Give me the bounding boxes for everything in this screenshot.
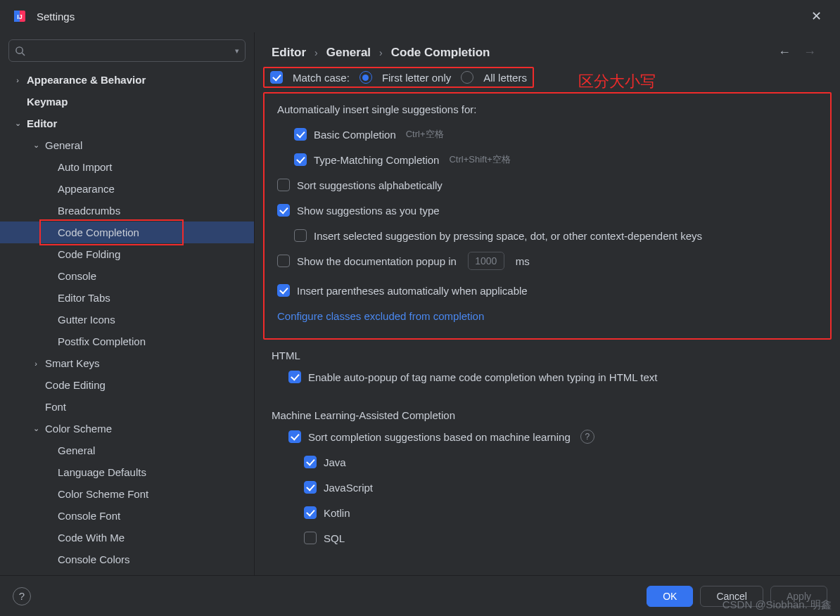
tree-cs-console-colors[interactable]: Console Colors [0,548,254,570]
footer: ? OK Cancel Apply [0,575,840,616]
titlebar: IJ Settings ✕ [0,0,840,32]
checkbox-ml-kotlin[interactable] [304,506,317,519]
label-sort-alpha: Sort suggestions alphabetically [297,179,443,191]
tree-editor[interactable]: ⌄Editor [0,113,254,134]
checkbox-show-doc-popup[interactable] [277,255,290,267]
ok-button[interactable]: OK [647,586,693,607]
tree-code-completion[interactable]: Code Completion [0,222,254,243]
apply-button: Apply [770,586,827,607]
tree-appearance-behavior[interactable]: ›Appearance & Behavior [0,69,254,91]
link-configure-excluded[interactable]: Configure classes excluded from completi… [277,310,484,322]
annotation-box-match-case: Match case: First letter only All letter… [263,67,534,88]
checkbox-show-as-type[interactable] [277,204,290,217]
label-match-case: Match case: [293,72,350,84]
label-first-letter[interactable]: First letter only [382,72,451,84]
tree-console[interactable]: Console [0,265,254,287]
label-ml-kotlin: Kotlin [324,507,350,519]
label-show-as-type: Show suggestions as you type [297,205,440,217]
checkbox-sort-alpha[interactable] [277,179,290,191]
label-ml-java: Java [324,456,346,468]
tree-cs-console-font[interactable]: Console Font [0,505,254,527]
checkbox-insert-paren[interactable] [277,284,290,297]
hint-type: Ctrl+Shift+空格 [449,153,510,166]
cancel-button[interactable]: Cancel [700,586,763,607]
search-input[interactable]: ▾ [8,39,246,62]
help-icon[interactable]: ? [580,430,594,444]
tree-font[interactable]: Font [0,396,254,418]
checkbox-ml-js[interactable] [304,481,317,494]
radio-first-letter[interactable] [359,71,372,84]
tree-gutter-icons[interactable]: Gutter Icons [0,309,254,331]
tree-breadcrumbs[interactable]: Breadcrumbs [0,200,254,222]
label-ml-sql: SQL [324,532,345,544]
tree-editor-tabs[interactable]: Editor Tabs [0,287,254,309]
section-html: HTML [263,340,832,364]
crumb-general[interactable]: General [326,46,371,60]
breadcrumb: Editor › General › Code Completion ← → [255,32,840,67]
input-doc-delay[interactable] [468,252,504,270]
label-ms: ms [516,255,530,267]
checkbox-ml-sort[interactable] [288,430,301,443]
sidebar: ▾ ›Appearance & Behavior Keymap ⌄Editor … [0,32,255,575]
annotation-match-case: 区分大小写 [578,71,656,92]
label-show-doc-popup: Show the documentation popup in [297,255,457,267]
tree-color-scheme[interactable]: ⌄Color Scheme [0,418,254,439]
tree-auto-import[interactable]: Auto Import [0,156,254,178]
tree-cs-color-scheme-font[interactable]: Color Scheme Font [0,483,254,505]
settings-tree[interactable]: ›Appearance & Behavior Keymap ⌄Editor ⌄G… [0,66,254,575]
checkbox-basic-completion[interactable] [294,128,307,141]
label-type-matching: Type-Matching Completion [314,154,439,166]
svg-text:IJ: IJ [17,13,23,20]
label-ml-js: JavaScript [324,482,373,494]
tree-cs-general[interactable]: General [0,439,254,461]
label-all-letters[interactable]: All letters [483,72,527,84]
window-title: Settings [37,11,75,23]
tree-cs-code-with-me[interactable]: Code With Me [0,527,254,548]
nav-back-icon[interactable]: ← [778,45,791,60]
search-field[interactable] [30,45,242,56]
search-icon [15,46,25,56]
tree-general[interactable]: ⌄General [0,134,254,156]
label-basic-completion: Basic Completion [314,129,396,141]
label-insert-by-keys: Insert selected suggestion by pressing s… [314,230,702,242]
hint-basic: Ctrl+空格 [406,128,444,141]
help-button[interactable]: ? [13,587,31,605]
tree-code-folding[interactable]: Code Folding [0,243,254,265]
tree-postfix-completion[interactable]: Postfix Completion [0,331,254,352]
tree-keymap[interactable]: Keymap [0,91,254,113]
checkbox-insert-by-keys[interactable] [294,229,307,242]
tree-smart-keys[interactable]: ›Smart Keys [0,352,254,374]
tree-code-editing[interactable]: Code Editing [0,374,254,396]
checkbox-ml-java[interactable] [304,456,317,468]
chevron-right-icon: › [314,47,318,58]
nav-forward-icon: → [803,45,816,60]
checkbox-match-case[interactable] [270,71,283,84]
label-auto-insert: Automatically insert single suggestions … [277,103,476,115]
chevron-right-icon: › [379,47,383,58]
close-icon[interactable]: ✕ [806,6,827,27]
section-ml: Machine Learning-Assisted Completion [263,390,832,424]
label-html-popup: Enable auto-popup of tag name code compl… [308,371,657,383]
checkbox-ml-sql[interactable] [304,532,317,544]
label-insert-paren: Insert parentheses automatically when ap… [297,285,528,297]
svg-line-4 [22,53,25,56]
annotation-box-main: Automatically insert single suggestions … [263,92,832,340]
crumb-code-completion: Code Completion [391,46,490,60]
app-icon: IJ [13,9,27,23]
svg-point-3 [16,46,23,53]
tree-cs-language-defaults[interactable]: Language Defaults [0,461,254,483]
radio-all-letters[interactable] [461,71,473,84]
search-caret-icon: ▾ [235,46,239,56]
checkbox-html-popup[interactable] [288,371,301,383]
checkbox-type-matching[interactable] [294,153,307,166]
label-ml-sort: Sort completion suggestions based on mac… [308,431,571,443]
tree-appearance-sub[interactable]: Appearance [0,178,254,200]
crumb-editor[interactable]: Editor [272,46,306,60]
